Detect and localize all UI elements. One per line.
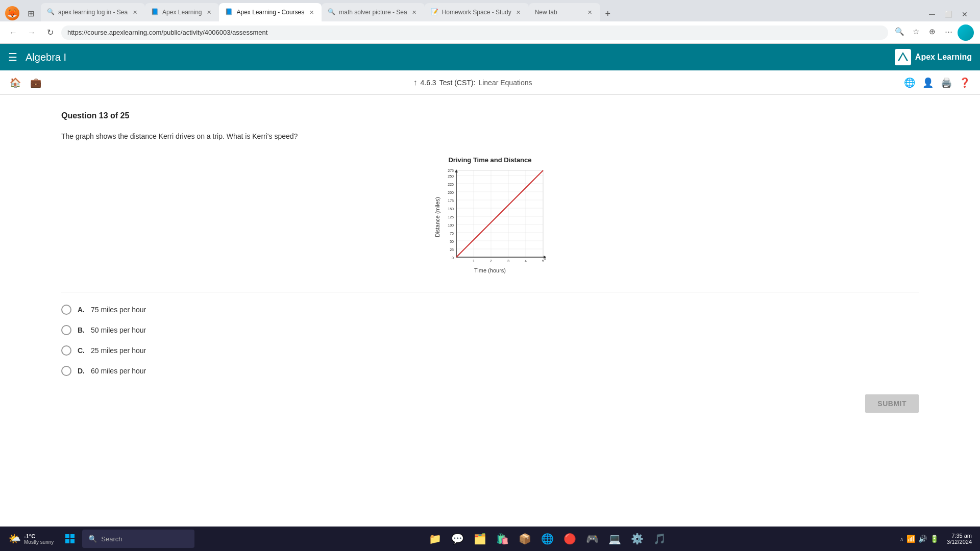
topic: Linear Equations xyxy=(478,79,532,87)
svg-text:1: 1 xyxy=(473,259,475,263)
apex-logo-text: Apex Learning xyxy=(915,53,972,62)
tray-volume-icon[interactable]: 🔊 xyxy=(918,535,927,543)
svg-text:125: 125 xyxy=(448,215,454,219)
taskbar-app-settings[interactable]: ⚙️ xyxy=(627,529,647,549)
tab-close-5[interactable]: ✕ xyxy=(514,8,523,16)
svg-text:225: 225 xyxy=(448,183,454,186)
address-bar: ← → ↻ https://course.apexlearning.com/pu… xyxy=(0,21,980,44)
svg-text:25: 25 xyxy=(450,248,454,252)
minimize-button[interactable]: — xyxy=(925,7,939,21)
taskbar-app-file-explorer[interactable]: 📁 xyxy=(425,529,445,549)
windows-start-button[interactable] xyxy=(60,529,80,549)
svg-text:150: 150 xyxy=(448,207,454,211)
reload-button[interactable]: ↻ xyxy=(43,26,57,40)
svg-text:0: 0 xyxy=(452,256,454,260)
tab-grid-icon[interactable]: ⊞ xyxy=(22,5,39,21)
person-icon[interactable]: 👤 xyxy=(921,76,935,90)
restore-button[interactable]: ⬜ xyxy=(941,7,955,21)
x-axis-label: Time (hours) xyxy=(474,267,506,273)
svg-rect-42 xyxy=(70,539,75,543)
tab-favicon-5: 📝 xyxy=(431,8,439,16)
tab-math-solver[interactable]: 🔍 math solver picture - Sea ✕ xyxy=(322,3,424,21)
text-b: 50 miles per hour xyxy=(91,326,146,334)
url-bar[interactable]: https://course.apexlearning.com/public/a… xyxy=(61,26,888,40)
more-options-icon[interactable]: ⋯ xyxy=(941,24,955,39)
choice-c[interactable]: C. 25 miles per hour xyxy=(61,345,919,356)
radio-a[interactable] xyxy=(61,305,71,315)
tab-apex-learning[interactable]: 📘 Apex Learning ✕ xyxy=(145,3,219,21)
tab-apex-login[interactable]: 🔍 apex learning log in - Sea ✕ xyxy=(41,3,145,21)
letter-c: C. xyxy=(78,346,85,355)
tray-network-icon[interactable]: 📶 xyxy=(906,535,915,543)
url-text: https://course.apexlearning.com/public/a… xyxy=(67,29,267,36)
clock-time: 7:35 am xyxy=(947,533,972,539)
profile-icon[interactable]: 🦊 xyxy=(4,5,20,21)
tab-bar: 🦊 ⊞ 🔍 apex learning log in - Sea ✕ 📘 Ape… xyxy=(0,0,980,21)
chart-svg: 0 25 50 75 100 125 150 175 200 225 250 2… xyxy=(444,168,546,265)
tab-title-6: New tab xyxy=(535,9,583,16)
radio-c[interactable] xyxy=(61,345,71,356)
briefcase-icon[interactable]: 💼 xyxy=(29,76,43,90)
taskbar-app-game[interactable]: 🎮 xyxy=(582,529,602,549)
tab-close-3[interactable]: ✕ xyxy=(307,8,315,16)
svg-rect-40 xyxy=(70,534,75,538)
taskbar-app-media[interactable]: 🎵 xyxy=(649,529,670,549)
choice-a[interactable]: A. 75 miles per hour xyxy=(61,305,919,315)
tab-close-2[interactable]: ✕ xyxy=(205,8,213,16)
tab-close-4[interactable]: ✕ xyxy=(410,8,419,16)
taskbar-app-folder[interactable]: 🗂️ xyxy=(470,529,490,549)
tab-title-3: Apex Learning - Courses xyxy=(236,9,304,16)
profile-avatar[interactable] xyxy=(958,24,974,41)
weather-widget[interactable]: 🌤️ -1°C Mostly sunny xyxy=(4,531,58,547)
tab-close-1[interactable]: ✕ xyxy=(131,8,139,16)
clock[interactable]: 7:35 am 3/12/2024 xyxy=(943,533,976,545)
taskbar-app-store[interactable]: 🛍️ xyxy=(492,529,512,549)
tab-title-4: math solver picture - Sea xyxy=(339,9,407,16)
tab-homework[interactable]: 📝 Homework Space - Study ✕ xyxy=(425,3,529,21)
taskbar-app-opera[interactable]: 🔴 xyxy=(559,529,580,549)
forward-button[interactable]: → xyxy=(24,26,39,40)
letter-b: B. xyxy=(78,326,85,334)
taskbar-app-teams[interactable]: 💬 xyxy=(447,529,468,549)
question-text: The graph shows the distance Kerri drive… xyxy=(61,131,919,142)
search-icon[interactable]: 🔍 xyxy=(892,24,906,39)
taskbar-app-amazon[interactable]: 📦 xyxy=(514,529,535,549)
tab-close-6[interactable]: ✕ xyxy=(586,8,594,16)
star-icon[interactable]: ☆ xyxy=(909,24,923,39)
tab-apex-courses[interactable]: 📘 Apex Learning - Courses ✕ xyxy=(219,3,322,21)
taskbar: 🌤️ -1°C Mostly sunny 🔍 Search 📁 💬 🗂️ 🛍️ … xyxy=(0,527,980,551)
close-window-button[interactable]: ✕ xyxy=(958,7,972,21)
tray-arrow[interactable]: ∧ xyxy=(900,536,903,542)
taskbar-app-edge[interactable]: 🌐 xyxy=(537,529,557,549)
tab-favicon-2: 📘 xyxy=(151,8,159,16)
choice-b[interactable]: B. 50 miles per hour xyxy=(61,325,919,335)
divider xyxy=(61,292,919,292)
tab-favicon-3: 📘 xyxy=(225,8,233,16)
taskbar-app-dev[interactable]: 💻 xyxy=(604,529,625,549)
letter-a: A. xyxy=(78,306,85,314)
choice-d[interactable]: D. 60 miles per hour xyxy=(61,366,919,376)
tab-new[interactable]: New tab ✕ xyxy=(529,3,600,21)
tray-battery-icon[interactable]: 🔋 xyxy=(930,535,939,543)
svg-text:250: 250 xyxy=(448,174,454,178)
weather-temp: -1°C xyxy=(24,533,54,539)
system-tray: ∧ 📶 🔊 🔋 xyxy=(900,535,939,543)
svg-text:175: 175 xyxy=(448,199,454,203)
radio-d[interactable] xyxy=(61,366,71,376)
answer-choices: A. 75 miles per hour B. 50 miles per hou… xyxy=(61,305,919,376)
apex-logo: Apex Learning xyxy=(895,49,972,65)
print-icon[interactable]: 🖨️ xyxy=(939,76,953,90)
help-icon[interactable]: ❓ xyxy=(958,76,972,90)
home-icon[interactable]: 🏠 xyxy=(8,76,22,90)
svg-text:100: 100 xyxy=(448,223,454,227)
submit-button[interactable]: SUBMIT xyxy=(865,394,919,413)
new-tab-button[interactable]: + xyxy=(600,6,616,21)
radio-b[interactable] xyxy=(61,325,71,335)
translate-icon[interactable]: 🌐 xyxy=(902,76,917,90)
hamburger-menu[interactable]: ☰ xyxy=(8,51,17,63)
text-a: 75 miles per hour xyxy=(91,306,146,314)
bookmark-icon[interactable]: ⊕ xyxy=(925,24,939,39)
taskbar-search[interactable]: 🔍 Search xyxy=(82,530,194,548)
tab-title-2: Apex Learning xyxy=(162,9,202,16)
back-button[interactable]: ← xyxy=(6,26,20,40)
